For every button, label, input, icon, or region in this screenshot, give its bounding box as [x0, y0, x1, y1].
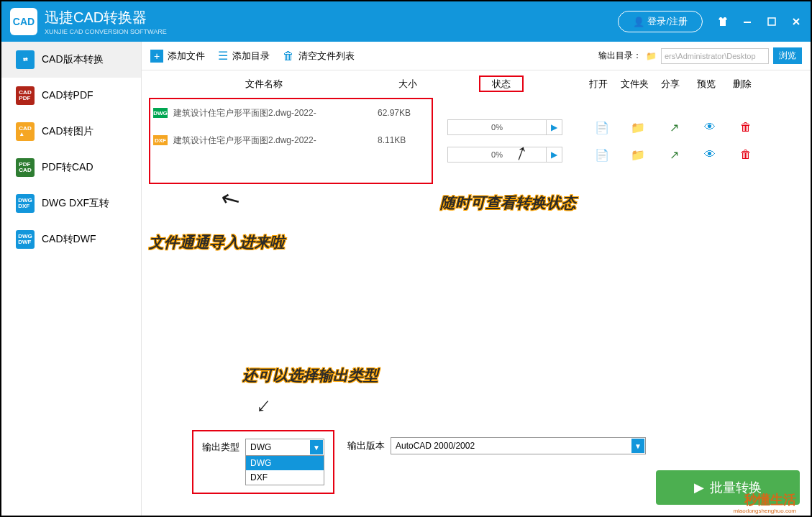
browse-button[interactable]: 浏览 [773, 47, 802, 64]
file-name-text: 建筑设计住宅户形平面图2.dwg-2022- [173, 107, 316, 119]
col-delete: 删除 [724, 78, 760, 91]
play-circle-icon: ▶ [694, 480, 704, 495]
arrow-icon: ↖ [215, 183, 245, 216]
preview-button[interactable]: 👁 [692, 121, 728, 134]
close-button[interactable] [790, 16, 802, 27]
skin-button[interactable] [717, 16, 729, 27]
sidebar-item-label: CAD转图片 [42, 125, 93, 138]
app-title: 迅捷CAD转换器 [45, 8, 167, 27]
share-button[interactable]: ↗ [656, 148, 692, 162]
col-name: 文件名称 [149, 78, 379, 91]
col-preview: 预览 [688, 78, 724, 91]
open-folder-button[interactable]: 📁 [620, 121, 656, 134]
col-open: 打开 [580, 78, 616, 91]
plus-icon: + [150, 50, 163, 63]
cad-pdf-icon: CADPDF [16, 86, 35, 105]
output-type-box: 输出类型 DWG▼ DWG DXF [192, 430, 334, 494]
output-version-label: 输出版本 [347, 439, 385, 452]
open-file-button[interactable]: 📄 [584, 121, 620, 134]
watermark: 秒懂生活 [744, 491, 796, 508]
app-subtitle: XUNJIE CAD CONVERSION SOFTWARE [45, 28, 167, 35]
folder-icon: 📁 [646, 51, 657, 61]
annotation-output: 还可以选择输出类型 [242, 365, 378, 385]
dwg-icon: DWG [153, 108, 168, 118]
sidebar-item-label: CAD转PDF [42, 89, 93, 102]
add-file-button[interactable]: +添加文件 [150, 50, 205, 63]
open-folder-button[interactable]: 📁 [620, 148, 656, 162]
open-file-button[interactable]: 📄 [584, 148, 620, 162]
table-row[interactable]: DWG建筑设计住宅户形平面图2.dwg-2022- 62.97KB [150, 99, 432, 127]
play-icon[interactable]: ▶ [546, 120, 562, 134]
dropdown-option[interactable]: DWG [246, 456, 324, 470]
minimize-button[interactable] [742, 16, 753, 27]
output-dir-input[interactable] [661, 48, 769, 64]
file-size: 8.11KB [378, 135, 432, 145]
title-bar: CAD 迅捷CAD转换器 XUNJIE CAD CONVERSION SOFTW… [1, 1, 811, 42]
progress-bar[interactable]: 0%▶ [447, 147, 562, 163]
sidebar-item-pdfcad[interactable]: PDFCADPDF转CAD [1, 150, 141, 186]
clear-list-button[interactable]: 🗑清空文件列表 [283, 50, 355, 63]
cad-version-icon: ⇄ [16, 50, 35, 69]
sidebar-item-image[interactable]: CAD▲CAD转图片 [1, 114, 141, 150]
cad-image-icon: CAD▲ [16, 122, 35, 141]
chevron-down-icon: ▼ [631, 439, 644, 453]
delete-button[interactable]: 🗑 [728, 148, 764, 161]
sidebar-item-dwf[interactable]: DWGDWFCAD转DWF [1, 221, 141, 257]
clear-icon: 🗑 [283, 50, 294, 63]
sidebar-item-dwgdxf[interactable]: DWGDXFDWG DXF互转 [1, 186, 141, 221]
pdf-cad-icon: PDFCAD [16, 158, 35, 177]
annotation-status: 随时可查看转换状态 [440, 193, 576, 213]
output-dir-label: 输出目录： [598, 50, 642, 62]
sidebar: ⇄CAD版本转换 CADPDFCAD转PDF CAD▲CAD转图片 PDFCAD… [1, 42, 142, 516]
arrow-icon: ↑ [250, 393, 275, 421]
cad-dwf-icon: DWGDWF [16, 230, 35, 249]
sidebar-item-label: PDF转CAD [42, 161, 93, 174]
watermark-url: miaodongshenghuo.com [733, 508, 796, 514]
file-size: 62.97KB [378, 108, 432, 118]
svg-rect-0 [744, 22, 751, 23]
output-type-dropdown[interactable]: DWG▼ DWG DXF [245, 439, 324, 485]
add-folder-button[interactable]: ☰添加目录 [218, 49, 270, 63]
sidebar-item-label: CAD版本转换 [42, 53, 104, 66]
user-icon: 👤 [633, 17, 644, 27]
output-type-label: 输出类型 [202, 439, 240, 454]
files-highlight-box: DWG建筑设计住宅户形平面图2.dwg-2022- 62.97KB DXF建筑设… [149, 98, 433, 184]
dxf-icon: DXF [153, 135, 168, 145]
sidebar-item-label: CAD转DWF [42, 233, 96, 246]
maximize-button[interactable] [766, 16, 777, 27]
app-logo-icon: CAD [10, 8, 37, 35]
login-button[interactable]: 👤 登录/注册 [618, 11, 703, 32]
col-share: 分享 [652, 78, 688, 91]
sidebar-item-label: DWG DXF互转 [42, 197, 109, 210]
svg-rect-1 [768, 18, 775, 25]
sidebar-item-version[interactable]: ⇄CAD版本转换 [1, 42, 141, 78]
col-folder: 文件夹 [616, 78, 652, 91]
output-version-dropdown[interactable]: AutoCAD 2000/2002▼ [391, 437, 646, 454]
col-size: 大小 [379, 78, 437, 91]
progress-bar[interactable]: 0%▶ [447, 119, 562, 135]
file-name-text: 建筑设计住宅户形平面图2.dwg-2022- [173, 134, 316, 147]
main-panel: +添加文件 ☰添加目录 🗑清空文件列表 输出目录： 📁 浏览 文件名称 大小 状… [142, 42, 811, 516]
preview-button[interactable]: 👁 [692, 148, 728, 161]
delete-button[interactable]: 🗑 [728, 121, 764, 134]
col-status: 状态 [437, 78, 566, 91]
table-row[interactable]: DXF建筑设计住宅户形平面图2.dwg-2022- 8.11KB [150, 127, 432, 154]
dropdown-option[interactable]: DXF [246, 470, 324, 485]
annotation-files: 文件通通导入进来啦 [149, 232, 285, 252]
play-icon[interactable]: ▶ [546, 147, 562, 162]
toolbar: +添加文件 ☰添加目录 🗑清空文件列表 输出目录： 📁 浏览 [142, 42, 811, 70]
chevron-down-icon: ▼ [310, 440, 323, 454]
list-icon: ☰ [218, 49, 228, 63]
sidebar-item-pdf[interactable]: CADPDFCAD转PDF [1, 78, 141, 114]
share-button[interactable]: ↗ [656, 121, 692, 134]
table-header: 文件名称 大小 状态 打开 文件夹 分享 预览 删除 [142, 70, 811, 98]
dwg-dxf-icon: DWGDXF [16, 194, 35, 213]
